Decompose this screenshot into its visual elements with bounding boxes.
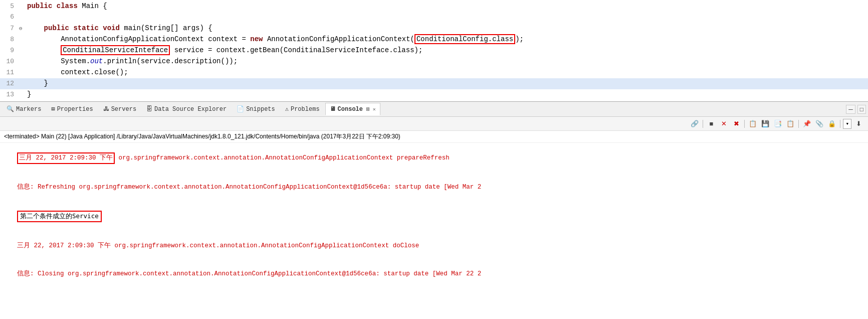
toolbar-sep-2 <box>744 120 745 128</box>
toolbar-open-button[interactable]: ⬇ <box>853 118 864 129</box>
code-line-12: 12 } <box>0 78 868 89</box>
console-tab-close[interactable]: ✕ <box>373 106 376 112</box>
console-output-line-5: 信息: Closing org.springframework.context.… <box>2 260 866 288</box>
code-text: } <box>27 78 868 89</box>
code-text: ConditinalServiceInteface service = cont… <box>27 45 868 56</box>
panel-controls: ─ □ <box>846 105 866 114</box>
tab-servers-label: Servers <box>111 106 136 113</box>
tab-servers[interactable]: 🖧 Servers <box>99 103 141 115</box>
line-number: 12 <box>0 79 19 89</box>
code-text: context.close(); <box>27 67 868 78</box>
tab-snippets[interactable]: 📄 Snippets <box>232 103 280 115</box>
code-line-5: 5 public class Main { <box>0 1 868 12</box>
code-editor: 5 public class Main { 6 7 ⊖ public stati… <box>0 0 868 102</box>
tab-datasource-label: Data Source Explorer <box>154 106 227 113</box>
line-number: 5 <box>0 2 19 12</box>
toolbar-sep-4 <box>840 120 840 128</box>
console-line-text: 三月 22, 2017 2:09:30 下午 org.springframewo… <box>17 154 450 162</box>
code-text: System.out.println(service.description()… <box>27 56 868 67</box>
code-text: public class Main { <box>27 1 868 12</box>
console-icon: 🖥 <box>330 105 336 113</box>
markers-icon: 🔍 <box>7 105 14 113</box>
console-output: 三月 22, 2017 2:09:30 下午 org.springframewo… <box>0 143 868 288</box>
line-number: 10 <box>0 57 19 67</box>
toolbar-save-button[interactable]: 💾 <box>760 118 771 129</box>
toolbar-paste-button[interactable]: 📑 <box>772 118 783 129</box>
code-line-13: 13 } <box>0 89 868 100</box>
toolbar-link2-button[interactable]: 📎 <box>814 118 825 129</box>
console-status-bar: <terminated> Main (22) [Java Application… <box>0 131 868 143</box>
code-text: } <box>27 89 868 100</box>
console-tab-badge: ⊠ <box>366 106 370 112</box>
maximize-panel-button[interactable]: □ <box>857 105 866 114</box>
toolbar-link-button[interactable]: 🔗 <box>689 118 700 129</box>
tab-properties-label: Properties <box>57 106 93 113</box>
code-line-9: 9 ConditinalServiceInteface service = co… <box>0 45 868 56</box>
view-dropdown-arrow: ▾ <box>845 120 849 127</box>
console-service-output: 第二个条件成立的Service <box>17 211 102 222</box>
code-line-7: 7 ⊖ public static void main(String[] arg… <box>0 23 868 34</box>
console-line-text: 三月 22, 2017 2:09:30 下午 org.springframewo… <box>17 242 419 249</box>
toolbar-pin-button[interactable]: 📌 <box>801 118 812 129</box>
problems-icon: ⚠ <box>285 105 289 113</box>
tab-markers-label: Markers <box>16 106 41 113</box>
toolbar-terminate-button[interactable]: ✕ <box>718 118 729 129</box>
properties-icon: ⊞ <box>51 105 55 113</box>
console-output-line-1: 三月 22, 2017 2:09:30 下午 org.springframewo… <box>2 143 866 173</box>
console-output-line-2: 信息: Refreshing org.springframework.conte… <box>2 173 866 201</box>
line-number: 9 <box>0 46 19 56</box>
console-output-line-4: 三月 22, 2017 2:09:30 下午 org.springframewo… <box>2 232 866 260</box>
code-line-8: 8 AnnotationConfigApplicationContext con… <box>0 34 868 45</box>
line-number: 6 <box>0 12 19 22</box>
line-number: 8 <box>0 35 19 45</box>
line-number: 11 <box>0 68 19 78</box>
line-number: 13 <box>0 90 19 100</box>
datasource-icon: 🗄 <box>146 105 152 113</box>
toolbar-copy-button[interactable]: 📋 <box>747 118 758 129</box>
tab-problems[interactable]: ⚠ Problems <box>281 103 324 115</box>
toolbar-sep-1 <box>703 120 703 128</box>
console-line-text: 信息: Closing org.springframework.context.… <box>17 270 481 277</box>
code-text: AnnotationConfigApplicationContext conte… <box>27 34 868 45</box>
servers-icon: 🖧 <box>103 105 109 113</box>
code-line-11: 11 context.close(); <box>0 67 868 78</box>
tab-snippets-label: Snippets <box>246 106 275 113</box>
console-status-text: <terminated> Main (22) [Java Application… <box>4 133 400 140</box>
bottom-tab-bar: 🔍 Markers ⊞ Properties 🖧 Servers 🗄 Data … <box>0 102 868 117</box>
code-line-6: 6 <box>0 12 868 23</box>
toolbar-remove-button[interactable]: ✖ <box>731 118 742 129</box>
fold-arrow[interactable]: ⊖ <box>19 25 27 33</box>
line-number: 7 <box>0 24 19 34</box>
console-line-text: 信息: Refreshing org.springframework.conte… <box>17 184 481 191</box>
code-line-10: 10 System.out.println(service.descriptio… <box>0 56 868 67</box>
tab-markers[interactable]: 🔍 Markers <box>2 103 46 115</box>
console-output-line-3: 第二个条件成立的Service <box>2 202 866 232</box>
snippets-icon: 📄 <box>237 105 244 113</box>
tab-console-label: Console <box>338 106 363 113</box>
code-text: public static void main(String[] args) { <box>27 23 868 34</box>
tab-properties[interactable]: ⊞ Properties <box>47 103 97 115</box>
minimize-panel-button[interactable]: ─ <box>846 105 855 114</box>
tab-datasource[interactable]: 🗄 Data Source Explorer <box>142 103 231 115</box>
toolbar-clear-button[interactable]: 📋 <box>785 118 796 129</box>
toolbar-stop-button[interactable]: ■ <box>706 118 717 129</box>
tab-problems-label: Problems <box>291 106 320 113</box>
toolbar-sep-3 <box>798 120 799 128</box>
view-dropdown[interactable]: ▾ <box>843 119 851 129</box>
toolbar-lock-button[interactable]: 🔒 <box>826 118 837 129</box>
console-toolbar: 🔗 ■ ✕ ✖ 📋 💾 📑 📋 📌 📎 🔒 ▾ ⬇ <box>0 117 868 131</box>
tab-console[interactable]: 🖥 Console ⊠ ✕ <box>325 103 380 115</box>
